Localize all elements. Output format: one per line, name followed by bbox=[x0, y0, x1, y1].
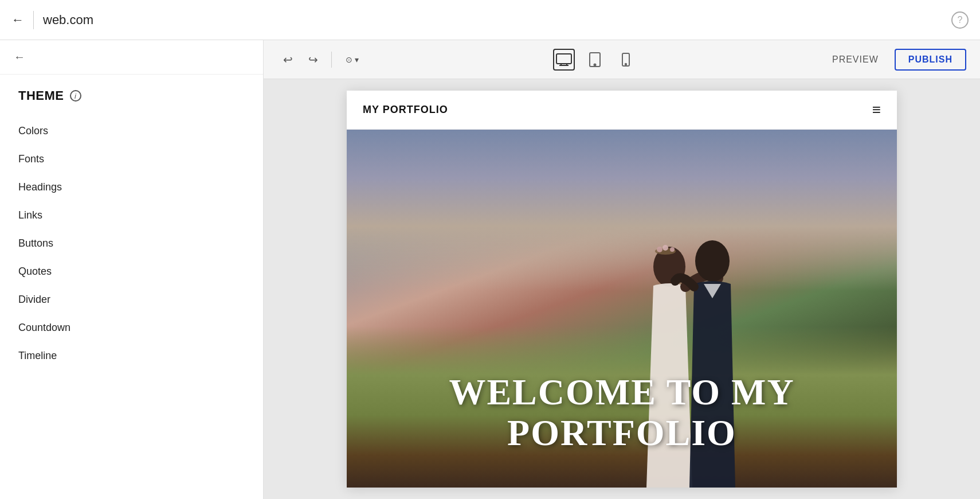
svg-point-12 bbox=[670, 247, 675, 252]
tablet-view-button[interactable] bbox=[584, 49, 606, 71]
svg-point-11 bbox=[663, 245, 668, 251]
svg-rect-0 bbox=[556, 54, 571, 64]
canvas-toolbar: ↩ ↪ ⊙ ▾ bbox=[264, 40, 980, 79]
sidebar-item-divider[interactable]: Divider bbox=[18, 286, 245, 314]
svg-point-13 bbox=[695, 240, 730, 282]
hero-line1: WELCOME TO MY bbox=[347, 372, 897, 412]
sidebar-item-colors[interactable]: Colors bbox=[18, 117, 245, 145]
canvas-area: ↩ ↪ ⊙ ▾ bbox=[264, 40, 980, 499]
hero-line2: PORTFOLIO bbox=[347, 413, 897, 453]
preview-frame: MY PORTFOLIO ≡ bbox=[264, 79, 980, 499]
sidebar-item-headings[interactable]: Headings bbox=[18, 173, 245, 201]
history-chevron-icon: ▾ bbox=[355, 55, 359, 64]
theme-header: THEME i bbox=[18, 88, 245, 103]
desktop-view-button[interactable] bbox=[553, 49, 575, 71]
mobile-view-button[interactable] bbox=[615, 49, 637, 71]
svg-point-5 bbox=[594, 64, 595, 65]
history-icon: ⊙ bbox=[346, 55, 352, 64]
redo-button[interactable]: ↪ bbox=[303, 49, 323, 70]
theme-info-icon[interactable]: i bbox=[70, 90, 81, 102]
undo-button[interactable]: ↩ bbox=[277, 49, 298, 70]
top-bar: ← web.com ? bbox=[0, 0, 980, 40]
sidebar: ← THEME i Colors Fonts Headings Links Bu… bbox=[0, 40, 264, 499]
hamburger-menu-icon[interactable]: ≡ bbox=[872, 101, 881, 119]
top-bar-left: ← web.com bbox=[11, 11, 93, 29]
hero-text: WELCOME TO MY PORTFOLIO bbox=[347, 372, 897, 453]
back-arrow-button[interactable]: ← bbox=[11, 13, 24, 28]
preview-button[interactable]: PREVIEW bbox=[825, 50, 885, 69]
history-button[interactable]: ⊙ ▾ bbox=[340, 52, 364, 68]
theme-section: THEME i Colors Fonts Headings Links Butt… bbox=[0, 75, 263, 384]
brand-logo: web.com bbox=[43, 13, 93, 28]
top-bar-divider bbox=[33, 11, 34, 29]
svg-point-10 bbox=[657, 247, 663, 252]
site-nav: MY PORTFOLIO ≡ bbox=[347, 91, 897, 130]
toolbar-center bbox=[553, 49, 637, 71]
sidebar-toolbar: ← bbox=[0, 40, 263, 75]
sidebar-item-links[interactable]: Links bbox=[18, 201, 245, 229]
hero-section: WELCOME TO MY PORTFOLIO bbox=[347, 130, 897, 488]
sidebar-item-countdown[interactable]: Countdown bbox=[18, 314, 245, 342]
svg-point-7 bbox=[625, 63, 626, 64]
site-preview: MY PORTFOLIO ≡ bbox=[347, 91, 897, 488]
sidebar-back-button[interactable]: ← bbox=[14, 50, 25, 64]
toolbar-left: ↩ ↪ ⊙ ▾ bbox=[277, 49, 364, 70]
site-logo: MY PORTFOLIO bbox=[363, 104, 448, 116]
toolbar-divider bbox=[331, 52, 332, 68]
main-layout: ← THEME i Colors Fonts Headings Links Bu… bbox=[0, 40, 980, 499]
sidebar-item-buttons[interactable]: Buttons bbox=[18, 229, 245, 258]
sidebar-item-timeline[interactable]: Timeline bbox=[18, 342, 245, 370]
publish-button[interactable]: PUBLISH bbox=[895, 49, 966, 71]
toolbar-right: PREVIEW PUBLISH bbox=[825, 49, 966, 71]
sidebar-item-quotes[interactable]: Quotes bbox=[18, 258, 245, 286]
sidebar-item-fonts[interactable]: Fonts bbox=[18, 145, 245, 173]
help-icon[interactable]: ? bbox=[951, 11, 969, 29]
theme-title: THEME bbox=[18, 88, 64, 103]
